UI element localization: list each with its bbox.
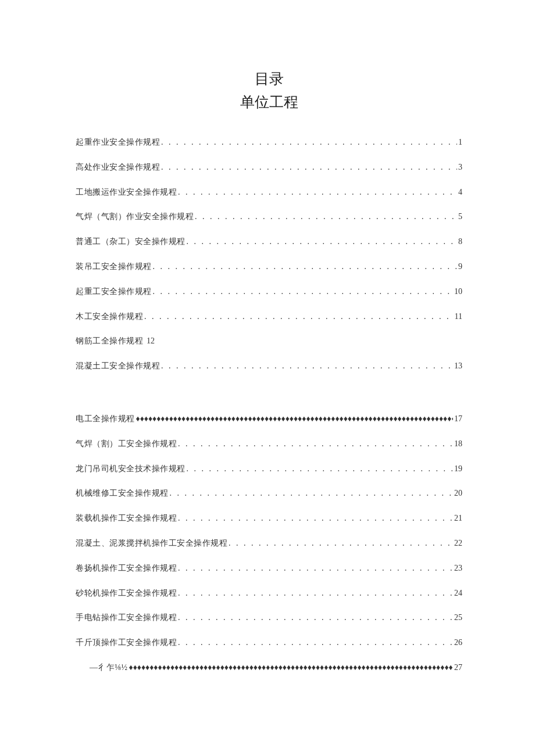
toc-leader-diamonds: ♦♦♦♦♦♦♦♦♦♦♦♦♦♦♦♦♦♦♦♦♦♦♦♦♦♦♦♦♦♦♦♦♦♦♦♦♦♦♦♦… (136, 414, 454, 424)
toc-entry-title: 砂轮机操作工安全操作规程 (76, 589, 177, 599)
toc-leader-dots: . . . . . . . . . . . . . . . . . . . . … (161, 138, 457, 148)
toc-entry: 电工全操作规程. . . . . . . . . . . . . . . . .… (76, 414, 462, 424)
toc-entry-page: 22 (454, 539, 462, 549)
toc-entry: 手电钻操作工安全操作规程. . . . . . . . . . . . . . … (76, 613, 462, 623)
toc-entry-page: 11 (455, 312, 462, 322)
toc-leader-dots: . . . . . . . . . . . . . . . . . . . . … (178, 439, 453, 449)
toc-leader-dots: . . . . . . . . . . . . . . . . . . . . … (178, 613, 453, 623)
toc-leader-dots: . . . . . . . . . . . . . . . . . . . . … (178, 514, 453, 524)
toc-leader-dots: . . . . . . . . . . . . . . . . . . . . … (178, 564, 453, 574)
toc-leader-dots: . . . . . . . . . . . . . . . . . . . . … (187, 464, 454, 474)
toc-entry: 高处作业安全操作规程. . . . . . . . . . . . . . . … (76, 163, 462, 173)
toc-entry-title: 高处作业安全操作规程 (76, 163, 160, 173)
toc-gap (76, 386, 462, 414)
toc-entry-title: 木工安全操作规程 (76, 312, 143, 322)
toc-leader-dots: . . . . . . . . . . . . . . . . . . . . … (153, 262, 458, 272)
toc-entry-title: 混凝土工安全操作规程 (76, 361, 160, 371)
toc-entry: 气焊（气割）作业安全操作规程. . . . . . . . . . . . . … (76, 212, 462, 222)
toc-entry-title: 起重工安全操作规程 (76, 287, 152, 297)
toc-leader-dots: . . . . . . . . . . . . . . . . . . . . … (187, 237, 458, 247)
title-line-2: 单位工程 (240, 94, 298, 110)
toc-entry: 普通工（杂工）安全操作规程. . . . . . . . . . . . . .… (76, 237, 462, 247)
toc-entry-page: 4 (458, 188, 462, 198)
toc-entry: 工地搬运作业安全操作规程. . . . . . . . . . . . . . … (76, 188, 462, 198)
table-of-contents: 起重作业安全操作规程. . . . . . . . . . . . . . . … (76, 138, 462, 673)
page-content: 目录 单位工程 起重作业安全操作规程. . . . . . . . . . . … (0, 0, 535, 734)
toc-entry-title: 工地搬运作业安全操作规程 (76, 188, 177, 198)
toc-entry: —彳乍⅛½. . . . . . . . . . . . . . . . . .… (90, 663, 462, 673)
toc-entry-title: —彳乍⅛½ (90, 663, 128, 673)
toc-leader-dots: . . . . . . . . . . . . . . . . . . . . … (178, 188, 457, 198)
toc-entry-page: 21 (454, 514, 462, 524)
toc-leader-dots: . . . . . . . . . . . . . . . . . . . . … (178, 589, 453, 599)
toc-leader-dots: . . . . . . . . . . . . . . . . . . . . … (178, 638, 453, 648)
toc-entry: 装载机操作工安全操作规程. . . . . . . . . . . . . . … (76, 514, 462, 524)
document-title: 目录 单位工程 (76, 67, 462, 113)
toc-entry: 起重工安全操作规程. . . . . . . . . . . . . . . .… (76, 287, 462, 297)
toc-entry: 木工安全操作规程. . . . . . . . . . . . . . . . … (76, 312, 462, 322)
toc-entry-title: 千斤顶操作工安全操作规程 (76, 638, 177, 648)
toc-entry-page: 13 (454, 361, 462, 371)
toc-entry-page: 23 (454, 564, 462, 574)
toc-entry-page: 17 (454, 414, 462, 424)
toc-entry-page: 8 (458, 237, 462, 247)
toc-entry: 砂轮机操作工安全操作规程. . . . . . . . . . . . . . … (76, 589, 462, 599)
toc-entry: 龙门吊司机安全技术操作规程. . . . . . . . . . . . . .… (76, 464, 462, 474)
toc-entry: 装吊工安全操作规程. . . . . . . . . . . . . . . .… (76, 262, 462, 272)
toc-entry-title: 混凝土、泥浆搅拌机操作工安全操作规程 (76, 539, 227, 549)
toc-leader-dots: . . . . . . . . . . . . . . . . . . . . … (195, 212, 457, 222)
toc-entry-page: 9 (458, 262, 462, 272)
toc-leader-dots: . . . . . . . . . . . . . . . . . . . . … (153, 287, 454, 297)
toc-entry-page: 24 (454, 589, 462, 599)
toc-entry: 卷扬机操作工安全操作规程. . . . . . . . . . . . . . … (76, 564, 462, 574)
toc-entry-title: 机械维修工安全操作规程 (76, 489, 169, 499)
toc-entry: 千斤顶操作工安全操作规程. . . . . . . . . . . . . . … (76, 638, 462, 648)
toc-entry-page: 3 (458, 163, 462, 173)
toc-entry-title: 气焊（气割）作业安全操作规程 (76, 212, 194, 222)
toc-entry-page: 20 (454, 489, 462, 499)
toc-leader-dots: . . . . . . . . . . . . . . . . . . . . … (229, 539, 453, 549)
toc-entry-page: 26 (454, 638, 462, 648)
toc-entry-title: 气焊（割）工安全操作规程 (76, 439, 177, 449)
toc-entry: 机械维修工安全操作规程. . . . . . . . . . . . . . .… (76, 489, 462, 499)
toc-entry-page: 1 (458, 138, 462, 148)
toc-entry-title: 起重作业安全操作规程 (76, 138, 160, 148)
toc-entry: 钢筋工全操作规程. . . . . . . . . . . . . . . . … (76, 336, 462, 346)
title-line-1: 目录 (255, 70, 284, 87)
toc-entry-title: 手电钻操作工安全操作规程 (76, 613, 177, 623)
toc-entry: 混凝土工安全操作规程. . . . . . . . . . . . . . . … (76, 361, 462, 371)
toc-entry-page: 19 (454, 464, 462, 474)
toc-entry-page: 27 (454, 663, 462, 673)
toc-entry-title: 电工全操作规程 (76, 414, 135, 424)
toc-entry: 气焊（割）工安全操作规程. . . . . . . . . . . . . . … (76, 439, 462, 449)
toc-entry-title: 钢筋工全操作规程 (76, 336, 143, 346)
toc-entry-page: 5 (458, 212, 462, 222)
toc-leader-dots: . . . . . . . . . . . . . . . . . . . . … (161, 361, 453, 371)
toc-entry-page: 10 (454, 287, 462, 297)
toc-entry-title: 装载机操作工安全操作规程 (76, 514, 177, 524)
toc-entry-page: 18 (454, 439, 462, 449)
toc-leader-dots: . . . . . . . . . . . . . . . . . . . . … (170, 489, 454, 499)
toc-leader-diamonds: ♦♦♦♦♦♦♦♦♦♦♦♦♦♦♦♦♦♦♦♦♦♦♦♦♦♦♦♦♦♦♦♦♦♦♦♦♦♦♦♦… (129, 663, 454, 673)
toc-entry-page: 25 (454, 613, 462, 623)
toc-entry-title: 装吊工安全操作规程 (76, 262, 152, 272)
toc-entry-title: 普通工（杂工）安全操作规程 (76, 237, 186, 247)
toc-leader-dots: . . . . . . . . . . . . . . . . . . . . … (161, 163, 457, 173)
toc-entry-page: 12 (147, 336, 155, 346)
toc-leader-dots: . . . . . . . . . . . . . . . . . . . . … (144, 312, 454, 322)
toc-entry: 混凝土、泥浆搅拌机操作工安全操作规程. . . . . . . . . . . … (76, 539, 462, 549)
toc-entry-title: 卷扬机操作工安全操作规程 (76, 564, 177, 574)
toc-entry: 起重作业安全操作规程. . . . . . . . . . . . . . . … (76, 138, 462, 148)
toc-entry-title: 龙门吊司机安全技术操作规程 (76, 464, 186, 474)
